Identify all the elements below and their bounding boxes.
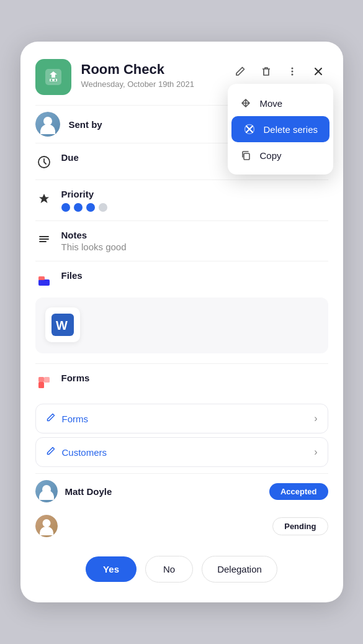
word-file-icon[interactable]: W: [45, 307, 80, 342]
svg-rect-7: [244, 153, 249, 160]
edit-button[interactable]: [230, 61, 250, 81]
move-label: Move: [260, 98, 283, 109]
assignee-row-2: Pending: [20, 509, 343, 543]
forms-section-content: Forms: [61, 373, 328, 383]
assignee-row-1: Matt Doyle Accepted: [20, 474, 343, 509]
delete-series-icon: [243, 122, 256, 136]
forms-item-1-label: Forms: [62, 414, 89, 424]
priority-dot-2[interactable]: [74, 203, 83, 212]
assignee-2-avatar: [35, 515, 58, 537]
forms-item-1-left: Forms: [46, 412, 89, 425]
move-menu-item[interactable]: Move: [228, 90, 333, 116]
priority-dot-1[interactable]: [61, 203, 70, 212]
notes-row: Notes This looks good: [20, 221, 343, 261]
header-section: Room Check Wednesday, October 19th 2021: [20, 42, 343, 105]
clock-icon: [35, 153, 53, 171]
phone-card: Room Check Wednesday, October 19th 2021: [20, 42, 343, 602]
priority-dot-4[interactable]: [99, 203, 107, 212]
svg-point-3: [291, 68, 293, 70]
copy-menu-item[interactable]: Copy: [228, 142, 333, 168]
forms-item-2-label: Customers: [62, 447, 107, 458]
notes-icon: [35, 231, 53, 248]
forms-icon: [35, 374, 53, 391]
header-actions: [230, 59, 328, 81]
files-content: Files: [61, 270, 328, 281]
assignee-1-name: Matt Doyle: [65, 486, 112, 497]
app-icon: [35, 59, 71, 95]
svg-rect-9: [38, 279, 50, 286]
priority-dot-3[interactable]: [86, 203, 95, 212]
svg-rect-10: [38, 276, 45, 280]
priority-label: Priority: [61, 189, 328, 199]
yes-button[interactable]: Yes: [86, 556, 137, 582]
files-icon: [35, 271, 53, 289]
assignee-1-status[interactable]: Accepted: [269, 483, 328, 500]
page-title: Room Check: [81, 61, 220, 78]
assignee-2-left: [35, 515, 58, 537]
svg-point-5: [291, 74, 293, 76]
delegation-button[interactable]: Delegation: [202, 556, 277, 583]
sender-avatar: [35, 112, 60, 137]
assignee-1-avatar: [35, 480, 58, 502]
delete-series-label: Delete series: [264, 124, 318, 135]
svg-rect-15: [38, 377, 44, 382]
files-label: Files: [61, 270, 328, 281]
delete-series-menu-item[interactable]: Delete series: [231, 116, 329, 142]
forms-item-1[interactable]: Forms ›: [35, 404, 328, 433]
forms-item-2-left: Customers: [46, 446, 107, 458]
page-subtitle: Wednesday, October 19th 2021: [81, 79, 220, 89]
files-area: W: [35, 297, 328, 353]
forms-section-label: Forms: [61, 373, 328, 383]
priority-icon: [35, 190, 53, 207]
notes-value: This looks good: [61, 242, 328, 252]
no-button[interactable]: No: [145, 556, 193, 583]
svg-rect-14: [44, 377, 50, 383]
forms-item-1-chevron: ›: [314, 413, 317, 424]
files-row: Files: [20, 261, 343, 297]
more-button[interactable]: [282, 61, 302, 81]
assignee-2-status[interactable]: Pending: [272, 517, 328, 535]
assignee-1-left: Matt Doyle: [35, 480, 112, 502]
svg-point-2: [54, 79, 56, 81]
svg-text:W: W: [56, 319, 68, 332]
priority-content: Priority: [61, 189, 328, 212]
close-button[interactable]: [308, 61, 328, 81]
forms-item-2-chevron: ›: [314, 447, 317, 458]
bottom-bar: Yes No Delegation: [20, 543, 343, 587]
notes-content: Notes This looks good: [61, 230, 328, 252]
notes-label: Notes: [61, 230, 328, 240]
svg-point-1: [50, 79, 52, 81]
forms-section-row: Forms: [20, 364, 343, 400]
copy-label: Copy: [260, 150, 282, 161]
delete-button[interactable]: [256, 61, 276, 81]
forms-item-1-edit-icon: [46, 412, 56, 425]
svg-point-4: [291, 71, 293, 73]
priority-row: Priority: [20, 180, 343, 220]
dropdown-menu: Move Delete series Copy: [228, 84, 333, 175]
sent-by-label: Sent by: [69, 119, 102, 130]
priority-dots: [61, 203, 328, 212]
forms-item-2[interactable]: Customers ›: [35, 437, 328, 467]
header-text: Room Check Wednesday, October 19th 2021: [81, 59, 220, 89]
forms-item-2-edit-icon: [46, 446, 56, 458]
move-icon: [239, 96, 253, 110]
copy-icon: [239, 148, 253, 162]
svg-rect-13: [38, 382, 44, 388]
